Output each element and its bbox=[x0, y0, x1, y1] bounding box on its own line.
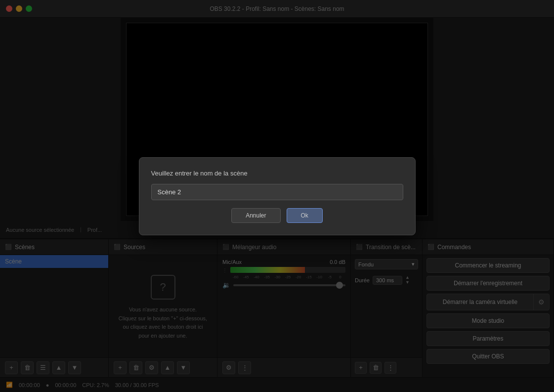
cancel-button[interactable]: Annuler bbox=[231, 208, 280, 223]
rename-scene-dialog: Veuillez entrer le nom de la scène Annul… bbox=[139, 157, 416, 235]
dialog-title: Veuillez entrer le nom de la scène bbox=[151, 170, 403, 177]
scene-name-input[interactable] bbox=[151, 184, 403, 200]
dialog-buttons: Annuler Ok bbox=[151, 208, 403, 223]
ok-button[interactable]: Ok bbox=[287, 208, 323, 223]
dialog-overlay: Veuillez entrer le nom de la scène Annul… bbox=[0, 0, 554, 392]
